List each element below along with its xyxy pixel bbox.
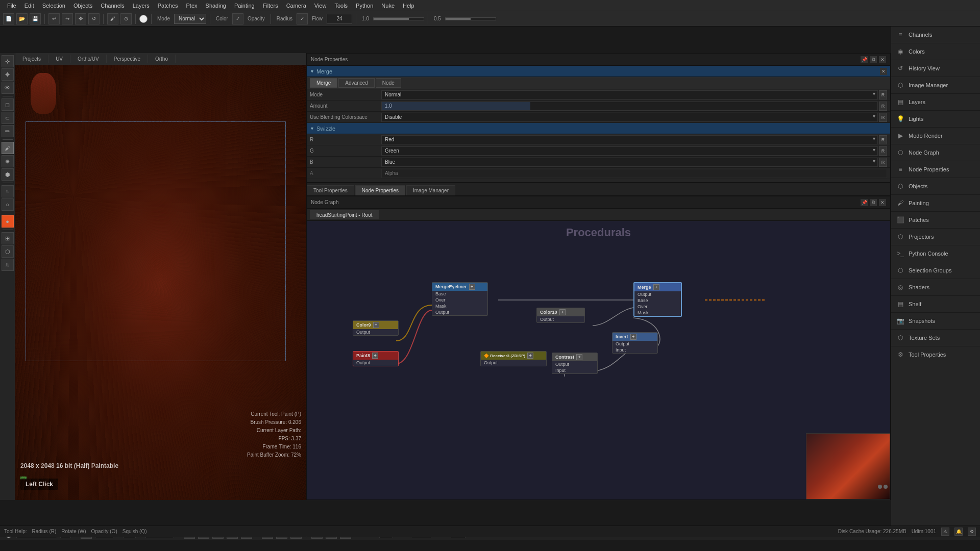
- blending-value-box[interactable]: Disable ▼: [381, 113, 878, 122]
- menu-channels[interactable]: Channels: [96, 2, 128, 10]
- sidebar-item-node-graph[interactable]: ⬡ Node Graph: [891, 144, 980, 161]
- merge-tab-merge[interactable]: Merge: [310, 78, 337, 88]
- sidebar-item-colors[interactable]: ◉ Colors: [891, 43, 980, 60]
- menu-file[interactable]: File: [3, 2, 20, 10]
- menu-patches[interactable]: Patches: [154, 2, 182, 10]
- open-icon[interactable]: 📂: [16, 13, 28, 24]
- mode-select[interactable]: Normal: [174, 14, 206, 24]
- new-file-icon[interactable]: 📄: [3, 13, 14, 24]
- sidebar-item-shaders[interactable]: ◎ Shaders: [891, 279, 980, 296]
- g-r-btn[interactable]: R: [879, 146, 887, 156]
- paint-tool[interactable]: 🖌: [2, 142, 14, 154]
- swizzle-header[interactable]: ▼ Swizzle: [307, 123, 890, 134]
- menu-shading[interactable]: Shading: [202, 2, 230, 10]
- menu-layers[interactable]: Layers: [129, 2, 154, 10]
- node-receiver3[interactable]: 🔶 Receiver3 (ZDISP) + Output: [480, 351, 547, 366]
- menu-view[interactable]: View: [310, 2, 331, 10]
- sidebar-item-texture-sets[interactable]: ⬡ Texture Sets: [891, 330, 980, 346]
- blur-tool[interactable]: ○: [2, 198, 14, 211]
- node-paint8-plus[interactable]: +: [372, 353, 378, 359]
- sidebar-item-history[interactable]: ↺ History View: [891, 60, 980, 77]
- sidebar-item-layers[interactable]: ▤ Layers: [891, 94, 980, 111]
- radius-value-input[interactable]: [327, 14, 352, 24]
- node-color10[interactable]: Color10 + Output: [536, 308, 585, 323]
- redo-icon[interactable]: ↪: [62, 13, 73, 24]
- stamp-tool[interactable]: ⊞: [2, 232, 14, 244]
- sidebar-item-tool-properties[interactable]: ⚙ Tool Properties: [891, 346, 980, 363]
- tab-ortho[interactable]: Ortho: [148, 55, 176, 63]
- node-merge-main[interactable]: Merge + Output Base Over Mask: [633, 282, 682, 317]
- expand-icon[interactable]: ⧉: [870, 56, 877, 63]
- stencil-tool[interactable]: ≋: [2, 259, 14, 271]
- menu-nuke[interactable]: Nuke: [377, 2, 399, 10]
- ng-tab-root[interactable]: headStartingPoint - Root: [310, 210, 379, 219]
- sidebar-item-modo-render[interactable]: ▶ Modo Render: [891, 128, 980, 144]
- node-merge-eyeliner[interactable]: MergeEyeliner + Base Over Mask Output: [432, 282, 488, 316]
- menu-ptex[interactable]: Ptex: [182, 2, 202, 10]
- transform-icon[interactable]: ✥: [75, 13, 86, 24]
- lasso-tool[interactable]: ⊂: [2, 112, 14, 124]
- sidebar-item-node-properties[interactable]: ≡ Node Properties: [891, 161, 980, 178]
- rotate-icon[interactable]: ↺: [88, 13, 100, 24]
- merge-header[interactable]: ▼ Merge ✕: [307, 66, 890, 77]
- close-icon[interactable]: ✕: [879, 56, 886, 63]
- mode-value-box[interactable]: Normal ▼: [381, 90, 878, 99]
- menu-filters[interactable]: Filters: [259, 2, 282, 10]
- amount-r-btn[interactable]: R: [879, 102, 887, 111]
- tab-image-manager[interactable]: Image Manager: [406, 185, 455, 195]
- brush-settings-icon[interactable]: 🖌: [107, 13, 118, 24]
- a-value-box[interactable]: Alpha: [381, 169, 887, 178]
- opacity-slider[interactable]: [373, 17, 424, 20]
- color-picker-tool[interactable]: ●: [2, 215, 14, 228]
- sidebar-item-projectors[interactable]: ⬡ Projectors: [891, 229, 980, 245]
- ng-pin-icon[interactable]: 📌: [861, 199, 868, 206]
- menu-camera[interactable]: Camera: [282, 2, 310, 10]
- r-value-box[interactable]: Red ▼: [381, 135, 878, 144]
- merge-tab-node[interactable]: Node: [376, 78, 401, 88]
- menu-selection[interactable]: Selection: [38, 2, 69, 10]
- ng-expand-icon[interactable]: ⧉: [870, 199, 877, 206]
- viewport-canvas[interactable]: 2048 x 2048 16 bit (Half) Paintable Left…: [15, 65, 306, 500]
- pin-icon[interactable]: 📌: [861, 56, 868, 63]
- tab-perspective[interactable]: Perspective: [107, 55, 148, 63]
- sidebar-item-lights[interactable]: 💡 Lights: [891, 111, 980, 128]
- flow-slider[interactable]: [445, 17, 496, 20]
- node-graph-canvas[interactable]: Procedurals: [307, 221, 890, 499]
- tab-projects[interactable]: Projects: [15, 55, 48, 63]
- menu-python[interactable]: Python: [352, 2, 377, 10]
- tab-ortho-uv[interactable]: Ortho/UV: [70, 55, 107, 63]
- tab-tool-properties[interactable]: Tool Properties: [307, 185, 354, 195]
- node-paint8[interactable]: Paint8 + Output: [353, 351, 399, 366]
- fill-tool[interactable]: ⬢: [2, 168, 14, 181]
- select-tool[interactable]: ◻: [2, 98, 14, 111]
- blending-r-btn[interactable]: R: [879, 113, 887, 122]
- b-value-box[interactable]: Blue ▼: [381, 158, 878, 167]
- tab-node-properties[interactable]: Node Properties: [355, 185, 405, 195]
- node-color10-plus[interactable]: +: [559, 309, 566, 315]
- menu-tools[interactable]: Tools: [330, 2, 352, 10]
- tab-uv[interactable]: UV: [48, 55, 70, 63]
- sidebar-item-painting[interactable]: 🖌 Painting: [891, 195, 980, 212]
- save-icon[interactable]: 💾: [30, 13, 41, 24]
- color-toggle-icon[interactable]: ✓: [232, 13, 243, 24]
- pen-tool[interactable]: ✏: [2, 125, 14, 137]
- node-contrast[interactable]: Contrast + Output Input: [552, 353, 598, 374]
- menu-help[interactable]: Help: [399, 2, 419, 10]
- r-r-btn[interactable]: R: [879, 135, 887, 144]
- sidebar-item-image-manager[interactable]: ⬡ Image Manager: [891, 77, 980, 94]
- menu-painting[interactable]: Painting: [230, 2, 259, 10]
- sidebar-item-snapshots[interactable]: 📷 Snapshots: [891, 313, 980, 330]
- b-r-btn[interactable]: R: [879, 158, 887, 167]
- menu-objects[interactable]: Objects: [69, 2, 96, 10]
- radius-toggle-icon[interactable]: ✓: [297, 13, 308, 24]
- clone-tool[interactable]: ⊕: [2, 155, 14, 167]
- sidebar-item-shelf[interactable]: ▤ Shelf: [891, 296, 980, 313]
- merge-tab-advanced[interactable]: Advanced: [338, 78, 374, 88]
- node-color9-plus[interactable]: +: [373, 322, 379, 328]
- sidebar-item-selection-groups[interactable]: ⬡ Selection Groups: [891, 262, 980, 279]
- amount-value-box[interactable]: 1.0: [381, 102, 878, 111]
- move-tool[interactable]: ✥: [2, 68, 14, 81]
- menu-edit[interactable]: Edit: [20, 2, 38, 10]
- node-receiver3-plus[interactable]: +: [527, 353, 533, 359]
- mode-r-btn[interactable]: R: [879, 90, 887, 99]
